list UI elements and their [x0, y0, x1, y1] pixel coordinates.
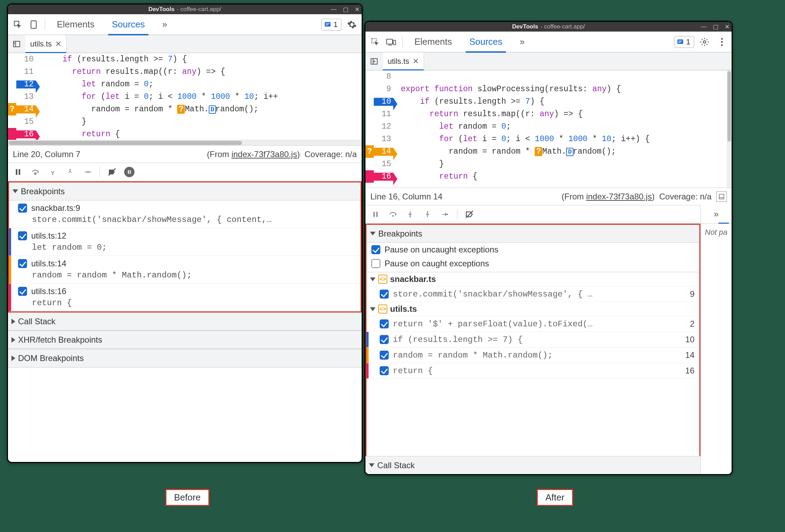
code-line[interactable]: 12 let random = 0; — [365, 120, 732, 133]
step-out-icon[interactable] — [421, 208, 434, 221]
code-text[interactable]: return results.map((r: any) => { — [393, 110, 583, 118]
line-number[interactable]: 9 — [374, 85, 393, 93]
breakpoint-item[interactable]: if (results.length >= 7) {10 — [366, 332, 699, 347]
dom-header[interactable]: DOM Breakpoints — [8, 349, 362, 367]
line-number[interactable]: 16 — [374, 173, 393, 181]
code-editor[interactable]: 89export function slowProcessing(results… — [365, 70, 732, 188]
pause-icon[interactable] — [11, 165, 25, 179]
line-number[interactable]: 15 — [374, 160, 393, 168]
callstack-header[interactable]: Call Stack — [365, 456, 700, 474]
minimize-icon[interactable]: — — [701, 23, 707, 30]
breakpoint-item[interactable]: utils.ts:16return { — [9, 284, 361, 311]
breakpoint-item[interactable]: return '$' + parseFloat(value).toFixed(…… — [366, 316, 699, 332]
callstack-header[interactable]: Call Stack — [8, 312, 362, 331]
titlebar[interactable]: DevTools - coffee-cart.app/ — ▢ ✕ — [365, 22, 732, 32]
checkbox-icon[interactable] — [18, 259, 27, 268]
step-over-icon[interactable] — [386, 208, 399, 221]
code-line[interactable]: 11 return results.map((r: any) => { — [365, 108, 732, 120]
xhr-header[interactable]: XHR/fetch Breakpoints — [8, 331, 362, 349]
code-text[interactable]: return { — [36, 130, 120, 138]
breakpoint-item[interactable]: snackbar.ts:9store.commit('snackbar/show… — [9, 200, 361, 228]
issues-button[interactable]: 1 — [674, 36, 694, 48]
checkbox-icon[interactable] — [380, 319, 389, 328]
breakpoint-file-group[interactable]: <>utils.ts — [366, 302, 699, 316]
tab-more[interactable]: » — [155, 14, 175, 35]
close-icon[interactable]: ✕ — [725, 23, 730, 31]
code-text[interactable]: random = random * ?Math.Drandom(); — [393, 148, 616, 156]
close-tab-icon[interactable]: ✕ — [413, 57, 419, 66]
device-icon[interactable] — [27, 18, 41, 32]
step-icon[interactable] — [81, 165, 94, 179]
more-icon[interactable] — [715, 35, 729, 49]
side-tabs[interactable]: » — [701, 205, 732, 224]
line-number[interactable]: 15 — [16, 118, 36, 126]
tab-sources[interactable]: Sources — [461, 32, 510, 52]
code-text[interactable]: let random = 0; — [36, 80, 154, 88]
maximize-icon[interactable]: ▢ — [343, 6, 348, 13]
checkbox-icon[interactable] — [18, 231, 27, 240]
line-number[interactable]: 11 — [374, 110, 393, 118]
code-line[interactable]: 10 if (results.length >= 7) { — [365, 95, 732, 108]
line-number[interactable]: 14 — [374, 148, 393, 156]
pause-exceptions-icon[interactable] — [123, 165, 136, 179]
code-line[interactable]: 15 } — [8, 115, 362, 128]
code-line[interactable]: 15 } — [365, 158, 732, 170]
tab-elements[interactable]: Elements — [49, 14, 102, 35]
line-number[interactable]: 12 — [374, 123, 393, 131]
breakpoint-item[interactable]: store.commit('snackbar/showMessage', { …… — [366, 286, 699, 302]
close-tab-icon[interactable]: ✕ — [55, 40, 61, 49]
show-drawer-icon[interactable] — [716, 191, 727, 202]
pause-icon[interactable] — [369, 208, 382, 221]
line-number[interactable]: 8 — [374, 73, 393, 81]
breakpoint-item[interactable]: utils.ts:12let random = 0; — [9, 228, 361, 256]
code-text[interactable]: return { — [393, 173, 477, 181]
breakpoints-header[interactable]: Breakpoints — [9, 182, 361, 200]
code-text[interactable]: if (results.length >= 7) { — [393, 98, 544, 106]
code-text[interactable]: } — [36, 118, 86, 126]
code-editor[interactable]: 10 if (results.length >= 7) {11 return r… — [8, 53, 362, 145]
pause-caught-option[interactable]: Pause on caught exceptions — [366, 257, 699, 272]
code-line[interactable]: 13 for (let i = 0; i < 1000 * 1000 * 10;… — [365, 133, 732, 145]
code-text[interactable]: random = random * ?Math.Drandom(); — [36, 105, 258, 113]
settings-icon[interactable] — [345, 18, 359, 32]
line-number[interactable]: 12 — [16, 80, 36, 88]
minimize-icon[interactable]: — — [331, 6, 337, 13]
code-line[interactable]: ?14 random = random * ?Math.Drandom(); — [8, 103, 362, 115]
code-line[interactable]: 11 return results.map((r: any) => { — [8, 66, 362, 78]
more-tabs[interactable]: » — [714, 209, 718, 220]
navigator-toggle[interactable] — [8, 35, 25, 53]
code-text[interactable]: let random = 0; — [393, 123, 511, 131]
inspect-icon[interactable] — [11, 18, 25, 32]
breakpoint-item[interactable]: random = random * Math.random();14 — [366, 347, 699, 363]
deactivate-breakpoints-icon[interactable] — [105, 165, 119, 179]
deactivate-breakpoints-icon[interactable] — [463, 208, 476, 221]
checkbox-icon[interactable] — [18, 204, 27, 213]
scrollbar-horizontal[interactable] — [8, 140, 362, 145]
code-line[interactable]: 10 if (results.length >= 7) { — [8, 53, 362, 66]
breakpoint-item[interactable]: utils.ts:14random = random * Math.random… — [9, 256, 361, 284]
line-number[interactable]: 14 — [16, 105, 36, 113]
code-text[interactable]: if (results.length >= 7) { — [36, 55, 187, 63]
code-text[interactable]: for (let i = 0; i < 1000 * 1000 * 10; i+… — [36, 93, 278, 101]
code-line[interactable]: 8 — [365, 70, 732, 83]
checkbox-icon[interactable] — [380, 290, 389, 299]
step-over-icon[interactable] — [29, 165, 42, 179]
code-line[interactable]: 16 return { — [365, 170, 732, 183]
pause-uncaught-option[interactable]: Pause on uncaught exceptions — [366, 243, 699, 257]
step-out-icon[interactable] — [63, 165, 77, 179]
line-number[interactable]: 13 — [374, 135, 393, 143]
checkbox-icon[interactable] — [371, 259, 380, 268]
checkbox-icon[interactable] — [380, 351, 389, 360]
checkbox-icon[interactable] — [371, 245, 380, 254]
device-icon[interactable] — [384, 35, 398, 49]
breakpoint-file-group[interactable]: <>snackbar.ts — [366, 272, 699, 286]
code-line[interactable]: 16 return { — [8, 128, 362, 140]
inspect-icon[interactable] — [368, 35, 382, 49]
code-text[interactable]: for (let i = 0; i < 1000 * 1000 * 10; i+… — [393, 135, 650, 143]
navigator-toggle[interactable] — [365, 52, 383, 70]
breakpoints-header[interactable]: Breakpoints — [366, 225, 699, 243]
scrollbar-vertical[interactable] — [727, 70, 732, 188]
file-tab-utils[interactable]: utils.ts ✕ — [25, 35, 67, 53]
tab-elements[interactable]: Elements — [407, 32, 459, 52]
line-number[interactable]: 10 — [16, 55, 36, 63]
